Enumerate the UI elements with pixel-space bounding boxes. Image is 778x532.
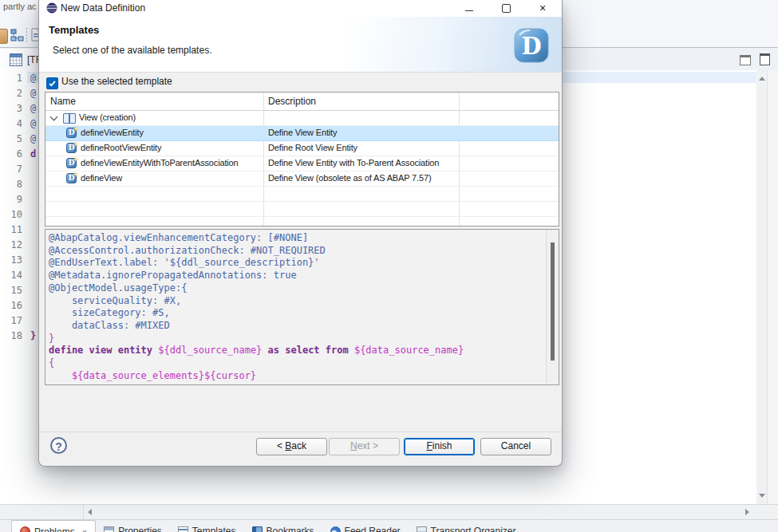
data-definition-template-icon: D <box>66 128 77 138</box>
back-button[interactable]: < Back <box>256 438 327 455</box>
bottom-tab-bookmarks[interactable]: Bookmarks <box>244 520 322 532</box>
bottom-view-tabbar: Problems×PropertiesTemplatesBookmarksFee… <box>0 519 778 532</box>
editor-code-line <box>30 283 36 298</box>
data-definition-template-icon: D <box>66 143 77 153</box>
preview-code-line: @EndUserText.label: '${ddl_source_descri… <box>49 257 464 270</box>
preview-code-line: sizeCategory: #S, <box>49 307 464 320</box>
preview-code-line: dataClass: #MIXED <box>49 320 464 333</box>
bottom-tab-templates[interactable]: Templates <box>170 520 244 532</box>
editor-code-line <box>30 223 36 238</box>
dialog-maximize-button[interactable] <box>494 0 518 17</box>
column-header-description[interactable]: Description <box>268 96 316 107</box>
eclipse-icon <box>46 2 57 17</box>
editor-code-line: @ <box>30 116 36 132</box>
view-minimize-icon[interactable] <box>740 55 751 65</box>
scroll-up-arrow[interactable] <box>759 77 765 81</box>
line-number: 11 <box>0 223 22 238</box>
view-maximize-icon[interactable] <box>760 53 770 65</box>
preview-code-line: define view entity ${ddl_source_name} as… <box>49 345 464 357</box>
editor-code-line <box>30 162 36 177</box>
preview-code-line: serviceQuality: #X, <box>49 295 464 308</box>
finish-button[interactable]: Finish <box>404 438 475 455</box>
empty-row <box>45 217 559 227</box>
template-preview-code: @AbapCatalog.viewEnhancementCategory: [#… <box>49 232 464 382</box>
bottom-tab-properties[interactable]: Properties <box>96 520 170 532</box>
editor-code-line <box>30 313 36 329</box>
type-hierarchy-icon[interactable] <box>10 29 24 45</box>
line-number: 2 <box>0 86 22 101</box>
problems-icon <box>20 526 30 532</box>
editor-code-line: } <box>30 329 36 344</box>
editor-code-line <box>30 268 36 283</box>
use-template-checkbox[interactable] <box>46 77 58 89</box>
editor-code-line <box>30 298 36 313</box>
editor-vertical-scrollbar[interactable] <box>756 70 767 504</box>
toolbar-partial-icon[interactable] <box>0 29 8 44</box>
dialog-titlebar[interactable]: New Data Definition × <box>39 0 562 17</box>
preview-code-line: { <box>49 357 464 370</box>
template-row[interactable]: DdefineViewDefine View (obsolete as of A… <box>45 171 559 187</box>
bottom-tab-transport-organizer[interactable]: Transport Organizer <box>409 520 524 532</box>
svg-text:D: D <box>521 33 541 60</box>
editor-code-line <box>30 238 36 253</box>
editor-horizontal-scrollbar[interactable] <box>0 504 778 520</box>
dialog-minimize-button[interactable] <box>457 0 481 17</box>
screen: partly ac [TRL 1234567891011121314151617… <box>0 0 778 532</box>
data-definition-template-icon: D <box>66 158 77 168</box>
preview-code-line: @AccessControl.authorizationCheck: #NOT_… <box>49 245 464 258</box>
editor-code-line <box>30 192 36 207</box>
transport-organizer-icon <box>417 526 427 532</box>
bottom-tab-label: Bookmarks <box>267 526 314 532</box>
template-table: Name Description View (creation)DdefineV… <box>45 92 559 227</box>
preview-code-line: ${data_source_elements}${cursor} <box>49 370 464 383</box>
ide-window-title-fragment: partly ac <box>3 2 37 11</box>
line-number: 1 <box>0 71 22 86</box>
empty-row <box>45 202 559 217</box>
line-number: 8 <box>0 177 22 192</box>
template-row[interactable]: DdefineViewEntityDefine View Entity <box>45 126 559 141</box>
tree-group-label: View (creation) <box>79 112 136 122</box>
bottom-tab-problems[interactable]: Problems× <box>11 520 96 532</box>
dialog-close-button[interactable]: × <box>531 0 555 17</box>
dialog-title: New Data Definition <box>61 2 145 14</box>
scroll-down-arrow[interactable] <box>759 494 765 498</box>
preview-scrollbar-thumb[interactable] <box>551 242 555 361</box>
template-name: defineViewEntityWithToParentAssociation <box>81 158 239 167</box>
editor-code-line: @ <box>30 101 36 116</box>
cancel-button[interactable]: Cancel <box>480 438 551 455</box>
template-description: Define View Entity with To-Parent Associ… <box>268 158 439 167</box>
chevron-down-icon[interactable] <box>50 113 58 121</box>
bottom-tab-label: Problems <box>34 526 75 532</box>
line-number: 7 <box>0 162 22 177</box>
editor-code-line: @ <box>30 132 36 147</box>
line-number-ruler: 123456789101112131415161718 <box>0 71 22 344</box>
scroll-left-arrow[interactable] <box>88 509 92 515</box>
template-row[interactable]: DdefineRootViewEntityDefine Root View En… <box>45 141 559 156</box>
close-icon[interactable]: × <box>82 527 87 532</box>
column-header-name[interactable]: Name <box>50 96 76 107</box>
templates-icon <box>178 526 188 532</box>
view-category-icon <box>63 113 76 124</box>
next-button[interactable]: Next > <box>329 438 400 455</box>
bottom-tab-feed-reader[interactable]: Feed Reader <box>322 520 409 532</box>
line-number: 5 <box>0 132 22 147</box>
template-preview-pane: @AbapCatalog.viewEnhancementCategory: [#… <box>45 229 559 385</box>
template-row[interactable]: DdefineViewEntityWithToParentAssociation… <box>45 156 559 171</box>
preview-vertical-scrollbar[interactable] <box>546 230 559 384</box>
bottom-tab-label: Transport Organizer <box>431 526 516 532</box>
new-data-definition-dialog: New Data Definition × Templates Select o… <box>38 0 563 467</box>
wizard-page-title: Templates <box>49 24 99 36</box>
line-number: 4 <box>0 116 22 132</box>
feed-reader-icon <box>330 526 341 532</box>
template-description: Define View (obsolete as of AS ABAP 7.57… <box>268 173 431 183</box>
empty-row <box>45 187 559 202</box>
line-number: 6 <box>0 147 22 162</box>
use-template-checkbox-label[interactable]: Use the selected template <box>61 76 172 87</box>
bottom-tab-label: Templates <box>192 526 236 532</box>
scroll-right-arrow[interactable] <box>745 509 749 515</box>
line-number: 17 <box>0 313 22 329</box>
help-button[interactable]: ? <box>50 437 67 454</box>
line-number: 10 <box>0 207 22 223</box>
bookmarks-icon <box>252 526 263 532</box>
tree-group-row[interactable]: View (creation) <box>45 111 559 126</box>
